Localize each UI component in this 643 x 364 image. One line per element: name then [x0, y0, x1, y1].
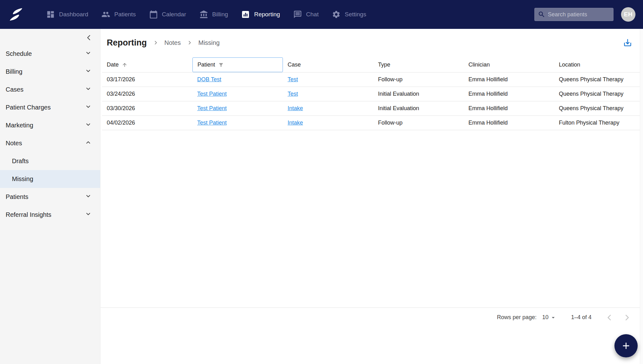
nav-item-chat[interactable]: Chat	[287, 0, 325, 29]
column-header-date[interactable]: Date	[102, 57, 192, 72]
sidebar-item-label: Missing	[12, 175, 33, 183]
nav-label: Calendar	[162, 11, 186, 18]
sidebar-item-label: Referral Insights	[6, 211, 51, 218]
download-button[interactable]	[622, 37, 634, 49]
chevron-right-icon	[187, 40, 192, 45]
case-link[interactable]: Test	[288, 91, 298, 97]
pagination-range: 1–4 of 4	[571, 314, 592, 321]
filter-icon[interactable]	[218, 62, 224, 68]
page-header: Reporting Notes Missing	[100, 29, 643, 56]
patient-search[interactable]	[534, 8, 613, 21]
column-header-type[interactable]: Type	[373, 57, 464, 72]
case-link[interactable]: Intake	[288, 105, 303, 112]
chevron-left-icon	[85, 34, 93, 41]
nav-item-settings[interactable]: Settings	[325, 0, 373, 29]
column-header-clinician[interactable]: Clinician	[464, 57, 554, 72]
scrollbar-track[interactable]	[640, 29, 643, 364]
breadcrumb-notes[interactable]: Notes	[165, 39, 181, 46]
breadcrumb-missing: Missing	[198, 39, 220, 46]
chat-icon	[293, 10, 302, 19]
cell-date: 03/17/2026	[102, 72, 192, 87]
notes-table: Date Patient Case Type Clinician Locatio…	[102, 57, 640, 130]
sidebar-item-notes[interactable]: Notes	[0, 134, 100, 152]
case-link[interactable]: Intake	[288, 120, 303, 126]
patient-link[interactable]: Test Patient	[197, 120, 227, 126]
rows-per-page-value: 10	[542, 314, 548, 321]
cell-case: Intake	[283, 101, 373, 115]
main-content: Reporting Notes Missing Date	[100, 29, 643, 364]
patients-icon	[101, 10, 110, 19]
logo-icon	[9, 8, 23, 21]
sidebar-item-schedule[interactable]: Schedule	[0, 45, 100, 63]
cell-type: Follow-up	[373, 116, 464, 130]
nav-item-billing[interactable]: Billing	[193, 0, 235, 29]
chevron-down-icon	[85, 211, 91, 219]
table-row: 03/17/2026 DOB Test Test Follow-up Emma …	[102, 72, 640, 87]
next-page-button[interactable]	[622, 312, 632, 323]
nav-item-reporting[interactable]: Reporting	[235, 0, 286, 29]
sidebar-item-label: Cases	[6, 86, 24, 93]
table-row: 03/24/2026 Test Patient Test Initial Eva…	[102, 87, 640, 101]
brand-logo[interactable]	[8, 7, 24, 22]
calendar-icon	[149, 10, 158, 19]
nav-label: Settings	[345, 11, 366, 18]
sidebar-item-patients[interactable]: Patients	[0, 188, 100, 206]
add-note-fab[interactable]	[614, 334, 638, 357]
user-avatar[interactable]: EH	[621, 7, 635, 22]
cell-location: Queens Physical Therapy	[554, 101, 640, 115]
column-label: Type	[378, 62, 390, 68]
sidebar-item-label: Drafts	[12, 158, 29, 165]
reporting-icon	[241, 10, 250, 19]
sidebar-item-label: Notes	[6, 140, 22, 147]
nav-item-patients[interactable]: Patients	[95, 0, 143, 29]
column-header-location[interactable]: Location	[554, 57, 640, 72]
primary-nav: Dashboard Patients Calendar Billing Repo…	[40, 0, 373, 29]
cell-case: Intake	[283, 116, 373, 130]
sidebar-item-marketing[interactable]: Marketing	[0, 116, 100, 134]
column-label: Patient	[197, 62, 215, 68]
sidebar-item-drafts[interactable]: Drafts	[0, 152, 100, 170]
chevron-right-icon	[153, 40, 158, 45]
chevron-down-icon	[85, 86, 91, 94]
chevron-down-icon	[85, 50, 91, 58]
sidebar-menu: Schedule Billing Cases Patient Charges M…	[0, 29, 100, 224]
sidebar-item-cases[interactable]: Cases	[0, 81, 100, 99]
column-label: Location	[559, 62, 580, 68]
cell-case: Test	[283, 72, 373, 87]
sidebar-item-missing[interactable]: Missing	[0, 170, 100, 188]
cell-date: 03/24/2026	[102, 87, 192, 101]
pagination-bar: Rows per page: 10 1–4 of 4	[100, 308, 640, 327]
breadcrumb: Reporting Notes Missing	[107, 38, 220, 48]
app-shell: Schedule Billing Cases Patient Charges M…	[0, 29, 643, 364]
sidebar-item-label: Patient Charges	[6, 104, 51, 111]
previous-page-button[interactable]	[604, 312, 615, 323]
sidebar-item-billing[interactable]: Billing	[0, 63, 100, 81]
cell-patient: Test Patient	[192, 87, 283, 101]
sidebar-item-label: Billing	[6, 68, 22, 75]
patient-link[interactable]: Test Patient	[197, 105, 227, 112]
sidebar-item-referral-insights[interactable]: Referral Insights	[0, 206, 100, 224]
column-header-case[interactable]: Case	[283, 57, 373, 72]
column-label: Clinician	[468, 62, 490, 68]
plus-icon	[621, 340, 631, 351]
sidebar-collapse-button[interactable]	[84, 33, 93, 43]
column-header-patient[interactable]: Patient	[192, 57, 283, 72]
column-label: Date	[107, 62, 119, 68]
nav-label: Reporting	[254, 11, 280, 18]
rows-per-page-select[interactable]: 10	[542, 314, 557, 321]
search-input[interactable]	[548, 11, 621, 18]
sidebar-item-patient-charges[interactable]: Patient Charges	[0, 99, 100, 116]
settings-icon	[332, 10, 341, 19]
nav-item-calendar[interactable]: Calendar	[143, 0, 193, 29]
patient-link[interactable]: DOB Test	[197, 76, 221, 83]
cell-clinician: Emma Hollifield	[464, 116, 554, 130]
download-icon	[623, 38, 632, 47]
case-link[interactable]: Test	[288, 76, 298, 83]
nav-label: Billing	[212, 11, 228, 18]
cell-patient: Test Patient	[192, 116, 283, 130]
patient-link[interactable]: Test Patient	[197, 91, 227, 97]
cell-clinician: Emma Hollifield	[464, 87, 554, 101]
cell-location: Queens Physical Therapy	[554, 87, 640, 101]
nav-item-dashboard[interactable]: Dashboard	[40, 0, 95, 29]
table-header-row: Date Patient Case Type Clinician Locatio…	[102, 57, 640, 72]
